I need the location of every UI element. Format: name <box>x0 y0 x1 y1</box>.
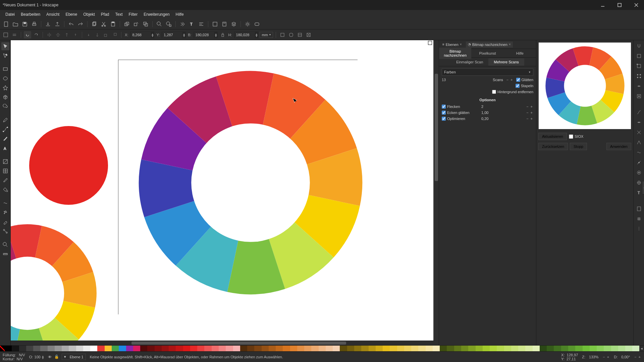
palette-swatch[interactable] <box>411 346 418 351</box>
speckles-checkbox[interactable]: Flecken <box>442 105 479 109</box>
palette-swatch[interactable] <box>269 346 276 351</box>
stop-button[interactable]: Stopp <box>570 143 587 150</box>
palette-swatch[interactable] <box>140 346 147 351</box>
close-icon[interactable]: × <box>509 43 511 46</box>
selectors-button[interactable] <box>211 20 219 28</box>
snap-edges[interactable] <box>635 62 643 70</box>
select-layer-button[interactable] <box>11 31 18 39</box>
clone-button[interactable] <box>123 20 131 28</box>
print-button[interactable] <box>30 20 38 28</box>
partial-wheel[interactable] <box>11 223 98 341</box>
visibility-icon[interactable]: 👁 <box>48 355 52 359</box>
text-dialog-button[interactable]: T <box>188 20 196 28</box>
maximize-button[interactable] <box>614 1 625 9</box>
align-button[interactable] <box>197 20 205 28</box>
save-button[interactable] <box>21 20 29 28</box>
text-tool[interactable]: A <box>1 144 9 152</box>
menu-view[interactable]: Ansicht <box>44 11 62 18</box>
opacity-readout[interactable]: O:100▴▾ <box>29 355 44 359</box>
palette-swatch[interactable] <box>297 346 304 351</box>
calligraphy-tool[interactable] <box>1 135 9 143</box>
palette-swatch[interactable] <box>583 346 590 351</box>
palette-swatch[interactable] <box>40 346 47 351</box>
menu-layer[interactable]: Ebene <box>63 11 80 18</box>
lower-button[interactable] <box>85 31 92 39</box>
palette-swatch[interactable] <box>204 346 211 351</box>
palette-swatch[interactable] <box>5 346 12 351</box>
removebg-checkbox[interactable]: Hintergrund entfernen <box>492 90 533 94</box>
palette-swatch[interactable] <box>625 346 632 351</box>
zoom-tool[interactable] <box>1 241 9 249</box>
palette-swatch[interactable] <box>404 346 411 351</box>
zoom-readout[interactable]: Z: 133% −+ <box>582 353 610 361</box>
palette-swatch[interactable] <box>254 346 261 351</box>
snap-paths[interactable] <box>635 119 643 126</box>
snap-line-mid[interactable] <box>635 159 643 166</box>
palette-swatch[interactable] <box>618 346 625 351</box>
snap-bbox[interactable] <box>635 52 643 60</box>
mode-single[interactable]: Einmaliger Scan <box>451 58 488 66</box>
lower-bottom-button[interactable] <box>94 31 101 39</box>
palette-swatch[interactable] <box>597 346 604 351</box>
zoom-drawing-button[interactable] <box>165 20 173 28</box>
rotate-cw-button[interactable] <box>33 31 40 39</box>
corners-stepper[interactable]: −+ <box>526 111 533 115</box>
snap-rotation[interactable] <box>635 179 643 186</box>
palette-swatch[interactable] <box>176 346 183 351</box>
subtab-pixelart[interactable]: Pixelkunst <box>471 50 503 57</box>
palette-swatch[interactable] <box>632 346 639 351</box>
palette-swatch[interactable] <box>112 346 119 351</box>
stack-checkbox[interactable]: Stapeln <box>516 84 533 88</box>
palette-swatch[interactable] <box>511 346 518 351</box>
palette-swatch[interactable] <box>518 346 525 351</box>
snap-toggle[interactable] <box>635 42 643 50</box>
palette-swatch[interactable] <box>454 346 461 351</box>
menu-path[interactable]: Pfad <box>98 11 112 18</box>
palette-swatch[interactable] <box>590 346 597 351</box>
palette-swatch[interactable] <box>568 346 575 351</box>
palette-swatch[interactable] <box>361 346 368 351</box>
palette-swatch[interactable] <box>155 346 162 351</box>
eraser-tool[interactable] <box>1 218 9 226</box>
optimize-checkbox[interactable]: Optimieren <box>442 117 479 121</box>
menu-filter[interactable]: Filter <box>126 11 141 18</box>
horizontal-scrollbar[interactable] <box>11 341 434 345</box>
palette-swatch[interactable] <box>55 346 62 351</box>
canvas[interactable] <box>11 40 433 341</box>
palette-swatch[interactable] <box>169 346 176 351</box>
palette-swatch[interactable] <box>226 346 233 351</box>
palette-swatch[interactable] <box>12 346 19 351</box>
palette-swatch[interactable] <box>105 346 112 351</box>
palette-swatch[interactable] <box>119 346 126 351</box>
raise-button[interactable] <box>72 31 79 39</box>
palette-swatch[interactable] <box>554 346 561 351</box>
lock-aspect-button[interactable] <box>219 31 226 39</box>
palette-swatch[interactable] <box>76 346 83 351</box>
menu-edit[interactable]: Bearbeiten <box>18 11 43 18</box>
palette-swatch[interactable] <box>604 346 611 351</box>
palette-swatch[interactable] <box>476 346 483 351</box>
snap-text[interactable]: T <box>635 189 643 196</box>
palette-swatch[interactable] <box>212 346 219 351</box>
bezier-tool[interactable] <box>1 125 9 133</box>
optimize-stepper[interactable]: −+ <box>526 117 533 121</box>
close-icon[interactable]: × <box>460 43 462 46</box>
move-patterns-button[interactable] <box>305 31 312 39</box>
ellipse-tool[interactable] <box>1 74 9 82</box>
select-all-layers-button[interactable] <box>2 31 9 39</box>
open-button[interactable] <box>11 20 19 28</box>
dropper-tool[interactable] <box>1 176 9 184</box>
menu-object[interactable]: Objekt <box>80 11 98 18</box>
palette-swatch[interactable] <box>461 346 468 351</box>
scale-corners-button[interactable] <box>287 31 295 39</box>
minimize-button[interactable] <box>598 1 608 9</box>
front-button[interactable] <box>102 31 110 39</box>
palette-swatch[interactable] <box>197 346 204 351</box>
menu-file[interactable]: Datei <box>3 11 17 18</box>
palette-swatch[interactable] <box>48 346 55 351</box>
mode-multi[interactable]: Mehrere Scans <box>488 58 524 66</box>
palette-swatch[interactable] <box>440 346 447 351</box>
redo-button[interactable] <box>76 20 85 28</box>
document-properties-button[interactable] <box>220 20 228 28</box>
snap-intersections[interactable] <box>635 129 643 136</box>
